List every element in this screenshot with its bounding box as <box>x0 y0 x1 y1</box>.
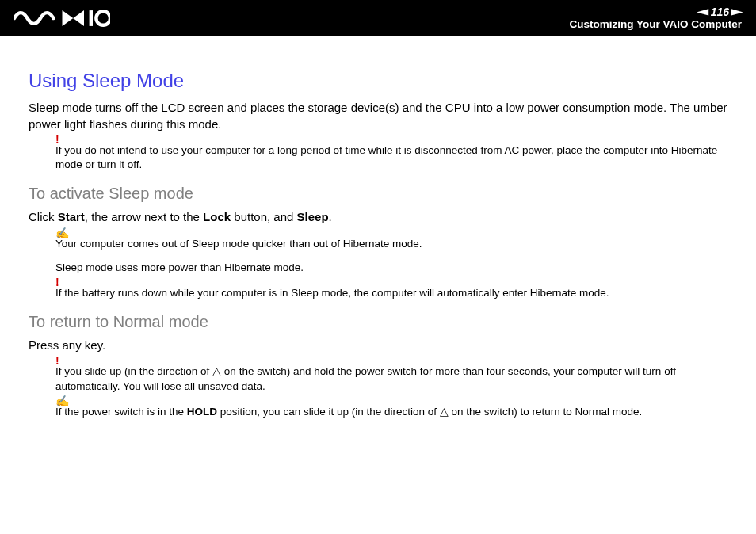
warning-note-1: ! If you do not intend to use your compu… <box>29 143 727 172</box>
next-page-icon[interactable]: ▶ <box>731 7 743 17</box>
breadcrumb[interactable]: Customizing Your VAIO Computer <box>569 18 742 31</box>
page-nav: ◀ 116 ▶ <box>569 6 742 18</box>
page-title: Using Sleep Mode <box>29 68 727 93</box>
tip-text-1a: Your computer comes out of Sleep mode qu… <box>55 237 727 251</box>
page-number: 116 <box>711 6 729 18</box>
tip-icon: ✍ <box>55 226 69 241</box>
activate-heading: To activate Sleep mode <box>29 183 727 204</box>
vaio-logo <box>14 10 110 27</box>
tip-icon: ✍ <box>55 394 69 409</box>
warning-icon: ! <box>55 275 59 290</box>
warning-text: If you do not intend to use your compute… <box>55 143 727 172</box>
svg-rect-0 <box>90 10 93 26</box>
tip-text-2: If the power switch is in the HOLD posit… <box>55 405 727 419</box>
svg-point-1 <box>96 11 110 25</box>
return-heading: To return to Normal mode <box>29 311 727 333</box>
page-header: ◀ 116 ▶ Customizing Your VAIO Computer <box>0 0 756 36</box>
page-content: Using Sleep Mode Sleep mode turns off th… <box>0 36 756 419</box>
prev-page-icon[interactable]: ◀ <box>697 7 708 17</box>
return-instruction: Press any key. <box>29 338 727 353</box>
warning-text: If the battery runs down while your comp… <box>55 286 727 300</box>
warning-icon: ! <box>55 353 59 368</box>
warning-note-2: ! If the battery runs down while your co… <box>29 286 727 300</box>
warning-note-3: ! If you slide up (in the direction of △… <box>29 364 727 393</box>
tip-note-1: ✍ Your computer comes out of Sleep mode … <box>29 237 727 275</box>
warning-text: If you slide up (in the direction of △ o… <box>55 364 727 393</box>
intro-text: Sleep mode turns off the LCD screen and … <box>29 100 727 132</box>
header-right: ◀ 116 ▶ Customizing Your VAIO Computer <box>569 6 742 31</box>
tip-text-1b: Sleep mode uses more power than Hibernat… <box>55 261 727 275</box>
warning-icon: ! <box>55 132 59 147</box>
activate-instruction: Click Start, the arrow next to the Lock … <box>29 209 727 225</box>
tip-note-2: ✍ If the power switch is in the HOLD pos… <box>29 405 727 419</box>
